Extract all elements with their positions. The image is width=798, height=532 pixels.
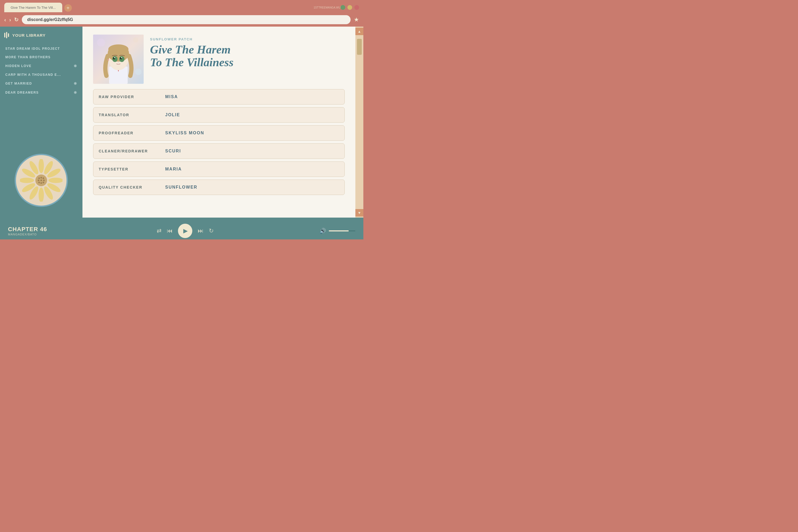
svg-point-17: [40, 179, 42, 181]
main-container: YOUR LIBRARY STAR DREAM IDOL PROJECT MOR…: [0, 26, 363, 217]
forward-button[interactable]: ›: [9, 17, 11, 23]
sidebar-header-label: YOUR LIBRARY: [12, 33, 46, 38]
svg-point-41: [108, 59, 109, 61]
window-controls: [341, 5, 359, 10]
manga-cover: [93, 35, 144, 84]
active-tab[interactable]: Give The Harem To The Vill...: [4, 3, 62, 12]
credits-table: RAW PROVIDER MISA TRANSLATOR JOLIE PROOF…: [93, 89, 345, 195]
scrollbar: ▲ ▼: [355, 26, 363, 217]
close-button[interactable]: [354, 5, 359, 10]
manga-title-line1: Give The Harem: [150, 43, 231, 56]
svg-point-14: [40, 177, 42, 178]
sidebar-item-label: MORE THAN BROTHERS: [5, 55, 51, 59]
tab-label: Give The Harem To The Vill...: [11, 5, 56, 10]
sidebar-item-get-married[interactable]: GET MARRIED ❋: [4, 79, 78, 88]
sidebar-item-label: GET MARRIED: [5, 82, 32, 86]
address-bar[interactable]: [22, 15, 350, 24]
scroll-track[interactable]: [357, 36, 362, 208]
role-label: QUALITY CHECKER: [93, 185, 163, 189]
minimize-button[interactable]: [341, 5, 345, 10]
svg-point-25: [135, 69, 141, 75]
sidebar: YOUR LIBRARY STAR DREAM IDOL PROJECT MOR…: [0, 26, 82, 217]
svg-point-40: [118, 61, 119, 62]
role-label: PROOFREADER: [93, 131, 163, 135]
maximize-button[interactable]: [347, 5, 352, 10]
sidebar-item-hidden-love[interactable]: HIDDEN LOVE ❋: [4, 62, 78, 70]
role-label: CLEANER/REDRAWER: [93, 149, 163, 153]
flower-icon: ❋: [74, 91, 77, 95]
svg-point-39: [121, 57, 122, 58]
player-bar: CHAPTER 46 MANGADEX/BATO ⇄ ⏮ ▶ ⏭ ↻ 🔊: [0, 217, 363, 240]
role-label: RAW PROVIDER: [93, 95, 163, 99]
svg-point-16: [38, 179, 39, 181]
manga-title: Give The Harem To The Villainess: [150, 43, 345, 69]
manga-info: SUNFLOWER PATCH Give The Harem To The Vi…: [150, 35, 345, 69]
sunflower-circle: [15, 154, 68, 207]
sidebar-item-label: CARP WITH A THOUSAND E...: [5, 73, 61, 77]
credit-row-translator: TRANSLATOR JOLIE: [93, 107, 345, 122]
scroll-thumb[interactable]: [357, 39, 362, 55]
credit-name-maria: MARIA: [163, 167, 182, 172]
player-controls: ⇄ ⏮ ▶ ⏭ ↻: [56, 224, 314, 238]
next-button[interactable]: ⏭: [198, 227, 204, 234]
sunflower-logo-container: [4, 148, 78, 212]
svg-point-33: [108, 44, 129, 54]
player-chapter-info: CHAPTER 46 MANGADEX/BATO: [8, 226, 51, 236]
svg-point-9: [20, 178, 34, 183]
favorite-button[interactable]: ★: [354, 16, 359, 23]
sidebar-list: STAR DREAM IDOL PROJECT MORE THAN BROTHE…: [4, 45, 78, 148]
svg-point-6: [39, 188, 44, 202]
sidebar-item-label: HIDDEN LOVE: [5, 64, 32, 68]
sidebar-item-dear-dreamers[interactable]: DEAR DREAMERS ❋: [4, 88, 78, 97]
refresh-button[interactable]: ↻: [14, 17, 19, 23]
svg-point-0: [39, 159, 44, 173]
sidebar-header: YOUR LIBRARY: [4, 32, 78, 38]
play-icon: ▶: [183, 227, 188, 234]
sunflower-icon: [20, 159, 62, 202]
svg-point-38: [114, 57, 115, 58]
flower-icon: ❋: [74, 81, 77, 86]
svg-point-34: [112, 56, 118, 62]
scroll-down-button[interactable]: ▼: [355, 209, 363, 216]
play-button[interactable]: ▶: [178, 224, 192, 238]
scroll-up-button[interactable]: ▲: [355, 28, 363, 35]
previous-button[interactable]: ⏮: [167, 227, 173, 234]
credit-name-misa: MISA: [163, 94, 178, 99]
repeat-button[interactable]: ↻: [209, 227, 214, 234]
svg-point-15: [42, 177, 44, 179]
manga-group-label: SUNFLOWER PATCH: [150, 37, 345, 41]
svg-point-20: [40, 182, 42, 184]
role-label: TYPESETTER: [93, 167, 163, 171]
svg-point-23: [97, 39, 105, 46]
svg-point-21: [42, 182, 44, 183]
sidebar-item-carp[interactable]: CARP WITH A THOUSAND E...: [4, 71, 78, 79]
volume-icon: 🔊: [320, 228, 326, 234]
volume-control: 🔊: [320, 228, 355, 234]
chapter-source: MANGADEX/BATO: [8, 233, 51, 236]
add-tab-button[interactable]: +: [64, 4, 72, 12]
credit-name-skyliss: SKYLISS MOON: [163, 131, 204, 135]
flower-icon: ❋: [74, 64, 77, 68]
credit-name-scuri: SCURI: [163, 149, 181, 153]
manga-title-line2: To The Villainess: [150, 56, 233, 69]
credit-name-jolie: JOLIE: [163, 113, 180, 117]
back-button[interactable]: ‹: [4, 17, 6, 23]
cover-art: [93, 35, 144, 84]
sidebar-item-label: DEAR DREAMERS: [5, 91, 39, 94]
credit-row-quality: QUALITY CHECKER SUNFLOWER: [93, 179, 345, 195]
credits-header: SUNFLOWER PATCH Give The Harem To The Vi…: [93, 35, 345, 84]
watermark-label: 1STTREEMANGA.WU: [314, 6, 341, 9]
shuffle-button[interactable]: ⇄: [157, 227, 162, 234]
browser-tabs: Give The Harem To The Vill... +: [4, 3, 314, 12]
browser-chrome: Give The Harem To The Vill... + 1STTREEM…: [0, 0, 363, 26]
volume-bar[interactable]: [329, 230, 355, 231]
sidebar-item-label: STAR DREAM IDOL PROJECT: [5, 47, 60, 51]
sidebar-item-star-dream[interactable]: STAR DREAM IDOL PROJECT: [4, 45, 78, 53]
credit-row-typesetter: TYPESETTER MARIA: [93, 162, 345, 177]
credit-row-cleaner: CLEANER/REDRAWER SCURI: [93, 144, 345, 159]
svg-point-18: [43, 179, 45, 181]
svg-point-24: [133, 37, 138, 42]
svg-point-13: [38, 177, 40, 179]
sidebar-item-more-than[interactable]: MORE THAN BROTHERS: [4, 53, 78, 61]
svg-point-3: [49, 178, 62, 183]
